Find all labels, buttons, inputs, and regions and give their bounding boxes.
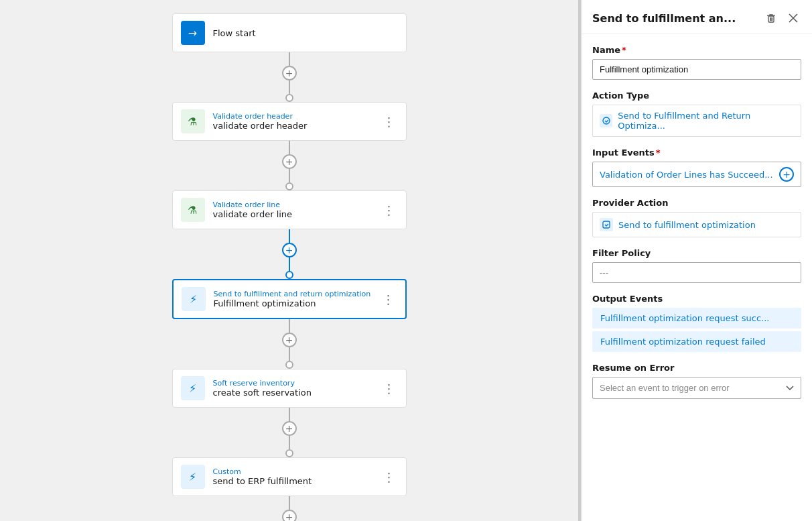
node-soft-reserve-type: Soft reserve inventory: [213, 379, 381, 388]
node-validate-header-menu[interactable]: ⋮: [381, 113, 398, 130]
output-event-item-1[interactable]: Fulfillment optimization request failed: [592, 331, 801, 352]
node-validate-line-type: Validate order line: [213, 200, 381, 209]
side-panel: Send to fulfillment an... Name*: [581, 0, 812, 521]
add-button-6[interactable]: +: [282, 510, 297, 521]
name-field-group: Name*: [592, 45, 801, 80]
connector-line-2: [289, 141, 290, 154]
action-type-icon: [600, 114, 612, 127]
panel-title: Send to fulfillment an...: [592, 12, 757, 25]
connector-line-1: [289, 52, 290, 66]
connector-line-1b: [289, 80, 290, 94]
node-fulfillment-opt-type: Send to fulfillment and return optimizat…: [214, 290, 380, 298]
filter-policy-field-group: Filter Policy: [592, 248, 801, 283]
resume-on-error-label: Resume on Error: [592, 363, 801, 373]
output-event-item-0[interactable]: Fulfillment optimization request succ...: [592, 308, 801, 329]
connector-line-4: [289, 319, 290, 333]
node-validate-header-content: Validate order header validate order hea…: [213, 112, 381, 131]
connector-6: +: [282, 496, 297, 521]
node-validate-header[interactable]: ⚗ Validate order header validate order h…: [172, 102, 407, 141]
node-validate-header-icon: ⚗: [181, 109, 205, 133]
node-custom-erp-type: Custom: [213, 467, 381, 476]
provider-action-text: Send to fulfillment optimization: [618, 220, 756, 230]
connector-2: +: [282, 141, 297, 190]
node-flow-start[interactable]: → Flow start: [172, 13, 407, 52]
input-events-field-group: Input Events* Validation of Order Lines …: [592, 148, 801, 187]
node-validate-line-content: Validate order line validate order line: [213, 200, 381, 219]
resume-on-error-select[interactable]: Select an event to trigger on error: [592, 377, 801, 399]
name-label: Name*: [592, 45, 801, 55]
connector-line-6: [289, 496, 290, 510]
connector-5: +: [282, 408, 297, 457]
add-button-4[interactable]: +: [282, 333, 297, 347]
node-flow-start-icon: →: [181, 21, 205, 45]
delete-button[interactable]: [762, 9, 780, 27]
connector-line-5: [289, 408, 290, 421]
connector-circle-2: [285, 182, 293, 190]
input-events-text: Validation of Order Lines has Succeed...: [600, 170, 779, 180]
node-soft-reserve[interactable]: ⚡ Soft reserve inventory create soft res…: [172, 369, 407, 408]
node-soft-reserve-content: Soft reserve inventory create soft reser…: [213, 379, 381, 398]
node-fulfillment-opt-name: Fulfillment optimization: [214, 298, 380, 308]
connector-circle-3: [285, 271, 293, 279]
input-events-label: Input Events*: [592, 148, 801, 158]
provider-action-box[interactable]: Send to fulfillment optimization: [592, 212, 801, 237]
action-type-label: Action Type: [592, 91, 801, 101]
provider-action-label: Provider Action: [592, 198, 801, 208]
resume-on-error-field-group: Resume on Error Select an event to trigg…: [592, 363, 801, 399]
close-button[interactable]: [785, 10, 801, 26]
node-custom-erp[interactable]: ⚡ Custom send to ERP fulfillment ⋮: [172, 457, 407, 496]
connector-circle-4: [285, 361, 293, 369]
input-events-box[interactable]: Validation of Order Lines has Succeed...…: [592, 162, 801, 187]
node-flow-start-content: Flow start: [213, 28, 398, 38]
node-soft-reserve-icon: ⚡: [181, 376, 205, 400]
output-events-field-group: Output Events Fulfillment optimization r…: [592, 294, 801, 352]
output-events-list: Fulfillment optimization request succ...…: [592, 308, 801, 352]
filter-policy-input[interactable]: [592, 262, 801, 283]
node-validate-line-name: validate order line: [213, 209, 381, 219]
connector-3: +: [282, 229, 297, 279]
connector-line-4b: [289, 347, 290, 361]
add-input-event-button[interactable]: +: [779, 167, 794, 182]
node-custom-erp-icon: ⚡: [181, 465, 205, 489]
panel-header: Send to fulfillment an...: [582, 0, 812, 34]
node-flow-start-name: Flow start: [213, 28, 398, 38]
action-type-field-group: Action Type Send to Fulfillment and Retu…: [592, 91, 801, 137]
action-type-box[interactable]: Send to Fulfillment and Return Optimiza.…: [592, 105, 801, 137]
connector-circle-5: [285, 449, 293, 457]
provider-action-field-group: Provider Action Send to fulfillment opti…: [592, 198, 801, 237]
connector-line-2b: [289, 169, 290, 182]
node-custom-erp-content: Custom send to ERP fulfillment: [213, 467, 381, 486]
node-fulfillment-opt-menu[interactable]: ⋮: [380, 291, 397, 308]
connector-line-3b: [289, 257, 290, 271]
connector-line-3: [289, 229, 290, 243]
filter-policy-label: Filter Policy: [592, 248, 801, 258]
node-fulfillment-opt[interactable]: ⚡ Send to fulfillment and return optimiz…: [172, 279, 407, 319]
node-fulfillment-opt-content: Send to fulfillment and return optimizat…: [214, 290, 380, 308]
flow-canvas: → Flow start + ⚗ Validate order header v…: [0, 0, 578, 521]
node-validate-header-name: validate order header: [213, 121, 381, 131]
provider-action-icon: [600, 218, 613, 231]
connector-1: +: [282, 52, 297, 102]
flow-container: → Flow start + ⚗ Validate order header v…: [169, 13, 410, 521]
node-validate-line-menu[interactable]: ⋮: [381, 202, 398, 219]
add-button-5[interactable]: +: [282, 421, 297, 436]
svg-point-1: [603, 117, 610, 124]
action-type-text: Send to Fulfillment and Return Optimiza.…: [618, 111, 794, 131]
connector-line-5b: [289, 436, 290, 449]
node-custom-erp-menu[interactable]: ⋮: [381, 469, 398, 485]
add-button-1[interactable]: +: [282, 66, 297, 80]
node-validate-line-icon: ⚗: [181, 198, 205, 222]
add-button-2[interactable]: +: [282, 154, 297, 169]
node-validate-header-type: Validate order header: [213, 112, 381, 121]
output-events-label: Output Events: [592, 294, 801, 304]
name-input[interactable]: [592, 59, 801, 80]
connector-circle-1: [285, 94, 293, 102]
node-fulfillment-opt-icon: ⚡: [182, 287, 206, 311]
connector-4: +: [282, 319, 297, 369]
node-soft-reserve-name: create soft reservation: [213, 388, 381, 398]
node-soft-reserve-menu[interactable]: ⋮: [381, 380, 398, 397]
node-custom-erp-name: send to ERP fulfillment: [213, 476, 381, 486]
panel-body: Name* Action Type Send to Fulfillment an…: [582, 34, 812, 410]
add-button-3[interactable]: +: [282, 243, 297, 257]
node-validate-line[interactable]: ⚗ Validate order line validate order lin…: [172, 190, 407, 229]
